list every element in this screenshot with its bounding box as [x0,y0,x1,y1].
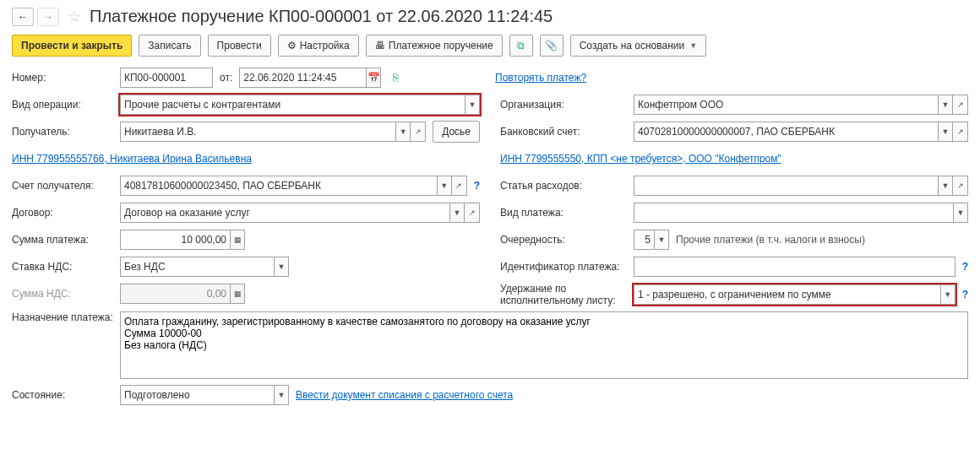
calculator-icon: ▦ [234,290,242,298]
withholding-label: Удержание по исполнительному листу: [500,283,627,306]
chevron-down-icon: ▼ [689,41,697,50]
payment-id-label: Идентификатор платежа: [500,261,627,273]
settings-label: Настройка [300,40,350,51]
enter-writeoff-link[interactable]: Ввести документ списания с расчетного сч… [296,389,513,401]
payment-sum-label: Сумма платежа: [12,234,113,246]
print-payment-label: Платежное поручение [389,40,493,51]
help-icon[interactable]: ? [474,180,480,192]
withholding-select[interactable]: 1 - разрешено, с ограничением по сумме [634,284,940,305]
recipient-input[interactable]: Никитаева И.В. [120,122,395,142]
from-label: от: [220,72,232,84]
repeat-payment-link[interactable]: Повторять платеж? [495,72,586,84]
calendar-icon: 📅 [368,72,380,84]
contract-label: Договор: [12,207,113,219]
gear-icon: ⚙ [287,40,297,51]
help-icon[interactable]: ? [962,261,968,273]
priority-label: Очередность: [500,234,627,246]
vat-rate-dropdown[interactable]: ▼ [274,257,289,277]
priority-input[interactable]: 5 [634,230,654,250]
recipient-open[interactable]: ↗ [411,122,426,142]
expense-item-dropdown[interactable]: ▼ [938,176,953,196]
op-type-label: Вид операции: [12,99,113,111]
create-based-on-button[interactable]: Создать на основании ▼ [570,35,706,57]
bank-account-dropdown[interactable]: ▼ [938,122,953,142]
organization-dropdown[interactable]: ▼ [938,95,953,115]
recipient-label: Получатель: [12,126,113,138]
help-icon[interactable]: ? [962,289,968,300]
state-label: Состояние: [12,389,113,401]
purpose-label: Назначение платежа: [12,311,113,323]
payment-type-select[interactable] [634,203,953,223]
recipient-account-open[interactable]: ↗ [452,176,467,196]
vat-sum-calc: ▦ [230,284,245,304]
expense-item-label: Статья расходов: [500,180,627,192]
back-button[interactable]: ← [12,8,34,26]
page-title: Платежное поручение КП00-000001 от 22.06… [90,7,553,26]
contract-dropdown[interactable]: ▼ [449,203,465,223]
vat-sum-input: 0,00 [120,284,230,304]
dossier-button[interactable]: Досье [433,121,480,143]
settings-button[interactable]: ⚙ Настройка [278,35,359,57]
organization-input[interactable]: Конфетпром ООО [634,95,938,115]
calculator-icon: ▦ [234,235,242,244]
priority-hint: Прочие платежи (в т.ч. налоги и взносы) [676,234,865,246]
register-icon: ⧉ [517,40,525,51]
inn-organization-link[interactable]: ИНН 7799555550, КПП <не требуется>, ООО … [500,153,781,165]
expense-item-open[interactable]: ↗ [953,176,968,196]
recipient-account-label: Счет получателя: [12,180,113,192]
status-icon[interactable]: ⎘ [393,72,399,84]
contract-input[interactable]: Договор на оказание услуг [120,203,449,223]
payment-sum-input[interactable]: 10 000,00 [120,230,230,250]
number-input[interactable]: КП00-000001 [120,68,213,88]
save-button[interactable]: Записать [139,35,200,57]
calendar-button[interactable]: 📅 [366,68,381,88]
state-select[interactable]: Подготовлено [120,385,274,405]
expense-item-input[interactable] [634,176,938,196]
state-dropdown[interactable]: ▼ [274,385,289,405]
date-input[interactable]: 22.06.2020 11:24:45 [239,68,366,88]
op-type-select[interactable]: Прочие расчеты с контрагентами [120,95,465,115]
number-label: Номер: [12,72,113,84]
priority-dropdown[interactable]: ▼ [654,230,669,250]
print-payment-button[interactable]: 🖶 Платежное поручение [366,35,503,57]
contract-open[interactable]: ↗ [465,203,480,223]
op-type-dropdown[interactable]: ▼ [465,95,480,115]
withholding-dropdown[interactable]: ▼ [940,284,956,305]
attach-button[interactable]: 📎 [540,35,564,57]
calculator-button[interactable]: ▦ [230,230,245,250]
recipient-account-input[interactable]: 40817810600000023450, ПАО СБЕРБАНК [120,176,437,196]
forward-button[interactable]: → [37,8,59,26]
bank-account-input[interactable]: 40702810000000000007, ПАО СБЕРБАНК [634,122,938,142]
bank-account-label: Банковский счет: [500,126,627,138]
favorite-star-icon[interactable]: ☆ [68,8,81,26]
organization-open[interactable]: ↗ [953,95,968,115]
payment-type-label: Вид платежа: [500,207,627,219]
vat-rate-label: Ставка НДС: [12,261,113,273]
recipient-account-dropdown[interactable]: ▼ [437,176,452,196]
post-and-close-button[interactable]: Провести и закрыть [12,35,132,57]
create-based-label: Создать на основании [580,40,685,51]
recipient-dropdown[interactable]: ▼ [395,122,411,142]
vat-rate-select[interactable]: Без НДС [120,257,274,277]
vat-sum-label: Сумма НДС: [12,288,113,300]
paperclip-icon: 📎 [545,40,558,51]
purpose-textarea[interactable] [120,311,968,379]
payment-type-dropdown[interactable]: ▼ [953,203,968,223]
inn-recipient-link[interactable]: ИНН 779955555766, Никитаева Ирина Василь… [12,153,252,165]
organization-label: Организация: [500,99,627,111]
printer-icon: 🖶 [375,40,385,51]
bank-account-open[interactable]: ↗ [953,122,968,142]
payment-id-input[interactable] [634,257,956,277]
register-button[interactable]: ⧉ [509,35,533,57]
post-button[interactable]: Провести [208,35,271,57]
